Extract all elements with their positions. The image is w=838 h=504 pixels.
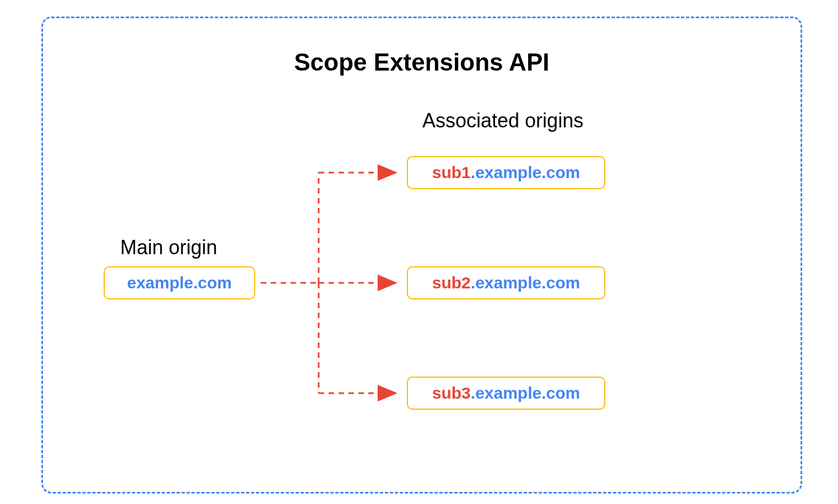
sub3-prefix: sub3 bbox=[432, 384, 471, 402]
main-origin-box: example.com bbox=[104, 266, 255, 299]
main-origin-domain: example.com bbox=[127, 274, 232, 292]
sub2-prefix: sub2 bbox=[432, 274, 471, 292]
sub1-domain: .example.com bbox=[471, 163, 580, 181]
associated-origin-box-1: sub1.example.com bbox=[407, 156, 605, 189]
sub2-domain: .example.com bbox=[471, 274, 580, 292]
sub1-prefix: sub1 bbox=[432, 163, 471, 181]
associated-origin-box-3: sub3.example.com bbox=[407, 377, 605, 410]
associated-origin-text-3: sub3.example.com bbox=[432, 384, 580, 403]
diagram-title: Scope Extensions API bbox=[43, 49, 801, 76]
associated-origin-text-1: sub1.example.com bbox=[432, 163, 580, 182]
sub3-domain: .example.com bbox=[471, 384, 580, 402]
associated-origin-box-2: sub2.example.com bbox=[407, 266, 605, 299]
main-origin-label: Main origin bbox=[120, 236, 217, 259]
scope-extensions-container: Scope Extensions API Main origin example… bbox=[41, 17, 802, 494]
associated-origins-label: Associated origins bbox=[422, 109, 583, 132]
associated-origin-text-2: sub2.example.com bbox=[432, 274, 580, 292]
